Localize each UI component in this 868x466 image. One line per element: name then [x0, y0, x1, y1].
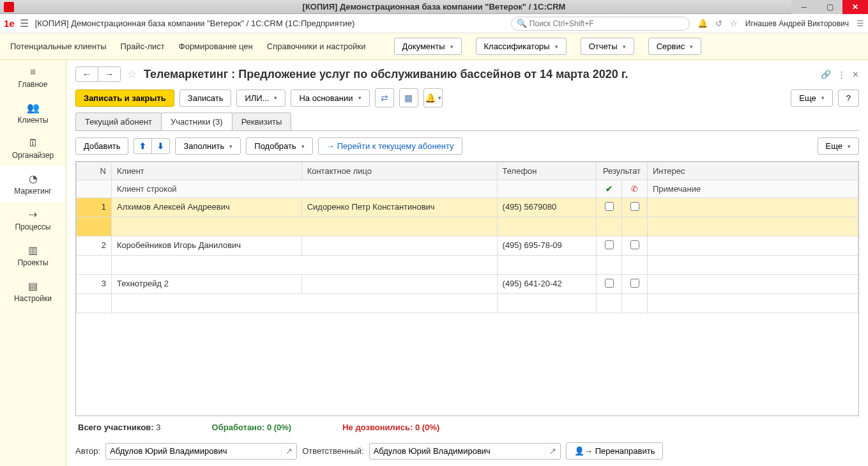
col-interest[interactable]: Интерес — [648, 162, 858, 180]
result-noreach-checkbox[interactable] — [630, 202, 639, 211]
search-box[interactable]: 🔍 — [511, 17, 690, 31]
sidebar-item-organizer[interactable]: 🗓Органайзер — [0, 131, 66, 166]
author-input-group[interactable]: ↗ — [105, 443, 297, 460]
user-name[interactable]: Игнашев Андрей Викторович — [745, 19, 849, 28]
result-success-icon: ✔ — [597, 180, 622, 198]
author-picker-icon[interactable]: ↗ — [281, 446, 296, 456]
noreach-label: Не дозвонились: — [342, 423, 413, 432]
list-icon[interactable]: ▦ — [399, 88, 418, 107]
redirect-label: Перенаправить — [595, 446, 655, 456]
move-down-button[interactable]: ⬇ — [152, 139, 169, 153]
nav-forward-button[interactable]: → — [98, 67, 120, 81]
schema-icon[interactable]: ⇄ — [375, 88, 394, 107]
settings-icon: ▤ — [3, 280, 63, 292]
col-client-string[interactable]: Клиент строкой — [112, 180, 498, 198]
move-up-button[interactable]: ⬆ — [134, 139, 152, 153]
result-success-checkbox[interactable] — [605, 202, 614, 211]
tab-participants[interactable]: Участники (3) — [161, 113, 232, 130]
processed-label: Обработано: — [212, 423, 265, 432]
nav-buttons: ← → — [75, 66, 121, 82]
table-row[interactable]: 3Технотрейд 2(495) 641-20-42 — [77, 275, 858, 294]
total-label: Всего участников: — [78, 423, 154, 432]
tab-details[interactable]: Реквизиты — [232, 113, 292, 130]
search-input[interactable] — [529, 19, 684, 28]
marketing-icon: ◔ — [3, 173, 63, 185]
col-contact[interactable]: Контактное лицо — [301, 162, 497, 180]
result-noreach-checkbox[interactable] — [630, 279, 639, 288]
sidebar-item-settings[interactable]: ▤Настройки — [0, 274, 66, 309]
sidebar-item-clients[interactable]: 👥Клиенты — [0, 95, 66, 131]
sidebar-item-processes[interactable]: ⇢Процессы — [0, 202, 66, 238]
col-note[interactable]: Примечание — [648, 180, 858, 198]
table-row-note[interactable] — [77, 294, 858, 313]
page-title: Телемаркетинг : Предложение услуг по обс… — [144, 68, 814, 81]
help-button[interactable]: ? — [838, 89, 859, 107]
table-row[interactable]: 1Алхимов Алексей АндреевичСидоренко Петр… — [77, 198, 858, 217]
bell-icon[interactable]: 🔔 — [697, 19, 708, 28]
table-row-note[interactable] — [77, 256, 858, 275]
main-menu: Потенциальные клиенты Прайс-лист Формиро… — [0, 33, 868, 60]
hamburger-icon[interactable]: ☰ — [20, 17, 29, 29]
projects-icon: ▥ — [3, 244, 63, 256]
col-client[interactable]: Клиент — [112, 162, 302, 180]
goto-label: Перейти к текущему абоненту — [337, 141, 454, 151]
result-noreach-checkbox[interactable] — [630, 240, 639, 249]
more-button[interactable]: Еще — [791, 89, 832, 107]
redirect-button[interactable]: 👤→ Перенаправить — [566, 442, 664, 460]
app-bar: 1e ☰ [КОПИЯ] Демонстрационная база компа… — [0, 14, 868, 33]
stats-bar: Всего участников: 3 Обработано: 0 (0%) Н… — [75, 416, 859, 439]
close-page-icon[interactable]: ✕ — [852, 70, 859, 79]
link-icon[interactable]: 🔗 — [821, 70, 831, 79]
author-input[interactable] — [106, 446, 281, 456]
more-menu-icon[interactable]: ⋮ — [837, 70, 846, 79]
sidebar-item-label: Органайзер — [12, 151, 54, 160]
save-close-button[interactable]: Записать и закрыть — [75, 89, 174, 107]
sidebar-item-projects[interactable]: ▥Проекты — [0, 238, 66, 274]
menu-price-list[interactable]: Прайс-лист — [121, 42, 165, 51]
bell-dropdown-icon[interactable]: 🔔 — [423, 88, 443, 107]
col-phone[interactable]: Телефон — [497, 162, 596, 180]
responsible-picker-icon[interactable]: ↗ — [545, 446, 560, 456]
star-icon[interactable]: ☆ — [730, 19, 738, 28]
logo-icon: 1e — [4, 18, 15, 29]
add-button[interactable]: Добавить — [75, 137, 128, 155]
nav-back-button[interactable]: ← — [76, 67, 98, 81]
sidebar-item-label: Маркетинг — [14, 187, 51, 196]
save-button[interactable]: Записать — [179, 89, 232, 107]
result-noreach-icon: ✆ — [622, 180, 648, 198]
user-menu-icon[interactable]: ☰ — [857, 19, 864, 28]
menu-settings[interactable]: Справочники и настройки — [267, 42, 366, 51]
result-success-checkbox[interactable] — [605, 279, 614, 288]
favorite-icon[interactable]: ☆ — [127, 67, 137, 81]
menu-classifiers-button[interactable]: Классификаторы — [476, 38, 567, 55]
history-icon[interactable]: ↺ — [715, 19, 722, 28]
responsible-input-group[interactable]: ↗ — [369, 443, 561, 460]
table-row[interactable]: 2Коробейников Игорь Данилович(495) 695-7… — [77, 237, 858, 256]
sidebar-item-marketing[interactable]: ◔Маркетинг — [0, 166, 66, 202]
fill-button[interactable]: Заполнить — [175, 137, 241, 155]
footer-row: Автор: ↗ Ответственный: ↗ 👤→ Перенаправи… — [75, 439, 859, 460]
table-row-note[interactable] — [77, 217, 858, 237]
menu-potential-clients[interactable]: Потенциальные клиенты — [10, 42, 107, 51]
or-button[interactable]: ИЛИ... — [236, 89, 286, 107]
tab-current-subscriber[interactable]: Текущий абонент — [75, 113, 162, 130]
table-more-button[interactable]: Еще — [818, 137, 859, 155]
total-value: 3 — [156, 423, 160, 432]
col-result[interactable]: Результат — [597, 162, 648, 180]
pick-button[interactable]: Подобрать — [246, 137, 312, 155]
goto-current-button[interactable]: → Перейти к текущему абоненту — [318, 137, 462, 155]
breadcrumb: [КОПИЯ] Демонстрационная база компании "… — [35, 19, 511, 28]
author-label: Автор: — [75, 446, 100, 456]
menu-pricing[interactable]: Формирование цен — [179, 42, 253, 51]
col-n[interactable]: N — [77, 162, 112, 180]
based-on-button[interactable]: На основании — [291, 89, 369, 107]
responsible-input[interactable] — [370, 446, 545, 456]
result-success-checkbox[interactable] — [605, 240, 614, 249]
menu-documents-button[interactable]: Документы — [394, 38, 462, 55]
sidebar-item-main[interactable]: ≡Главное — [0, 60, 66, 95]
menu-reports-button[interactable]: Отчеты — [581, 38, 634, 55]
sub-toolbar: Добавить ⬆ ⬇ Заполнить Подобрать → Перей… — [75, 131, 859, 161]
processes-icon: ⇢ — [3, 208, 63, 221]
menu-service-button[interactable]: Сервис — [648, 38, 702, 55]
sidebar: ≡Главное 👥Клиенты 🗓Органайзер ◔Маркетинг… — [0, 60, 66, 466]
